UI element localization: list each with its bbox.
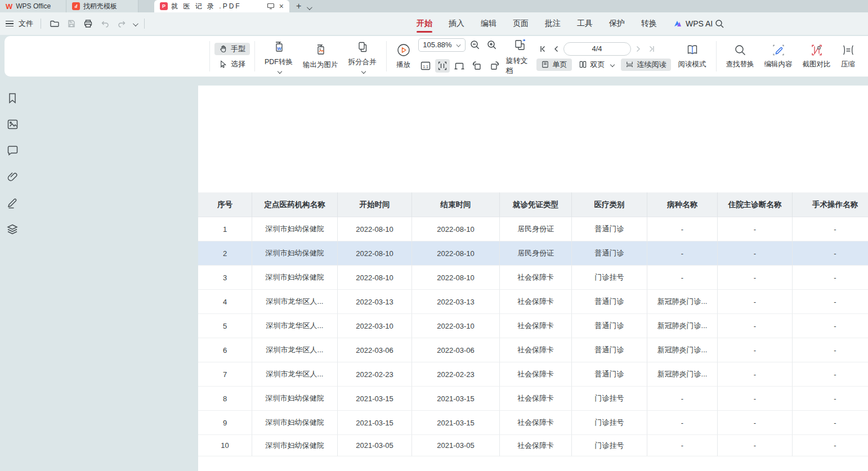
table-cell: 2022-02-23: [338, 362, 412, 387]
zoom-chevron-icon: [456, 43, 460, 47]
first-page-icon[interactable]: [536, 43, 549, 55]
table-cell: -: [718, 217, 793, 241]
tab-wps-office[interactable]: W WPS Office: [0, 0, 66, 12]
continuous-read-button[interactable]: 连续阅读: [621, 59, 671, 71]
table-cell: -: [647, 387, 718, 411]
tab-comment[interactable]: 批注: [545, 14, 561, 34]
table-header-cell: 手术操作名称: [793, 192, 868, 217]
redo-icon[interactable]: [116, 19, 128, 29]
single-page-button[interactable]: 单页: [536, 59, 572, 71]
rotate-left-icon[interactable]: [469, 59, 485, 73]
table-row: 10深圳市妇幼保健院2021-03-052021-03-05社会保障卡门诊挂号-…: [198, 435, 868, 456]
last-page-icon[interactable]: [646, 43, 658, 55]
organize-pages-icon[interactable]: [512, 37, 529, 53]
print-icon[interactable]: [82, 18, 94, 29]
compress-button[interactable]: 压缩: [836, 42, 861, 70]
table-cell: 深圳市妇幼保健院: [252, 411, 338, 435]
table-cell: 门诊挂号: [572, 435, 647, 456]
table-cell: 普通门诊: [572, 338, 647, 362]
play-button[interactable]: 播放: [391, 42, 416, 71]
hand-tool-button[interactable]: 手型: [214, 43, 250, 55]
table-cell: 社会保障卡: [500, 338, 572, 362]
split-merge-button[interactable]: 拆分合并: [343, 39, 382, 74]
pdf-convert-button[interactable]: W PDF转换: [259, 39, 298, 74]
tab-protect[interactable]: 保护: [609, 14, 625, 34]
table-cell: -: [793, 241, 868, 266]
table-cell: -: [718, 290, 793, 314]
table-cell: 3: [198, 266, 252, 290]
select-tool-button[interactable]: 选择: [214, 58, 250, 70]
tab-home[interactable]: 开始: [417, 14, 432, 34]
table-cell: 2022-03-13: [338, 290, 412, 314]
table-cell: -: [793, 387, 868, 411]
zoom-out-icon[interactable]: [468, 38, 482, 52]
tab-insert[interactable]: 插入: [449, 14, 464, 34]
table-cell: 2021-03-05: [338, 435, 412, 456]
double-page-button[interactable]: 双页: [574, 59, 619, 71]
table-cell: -: [718, 338, 793, 362]
play-icon: [396, 43, 411, 57]
record-table: 序号定点医药机构名称开始时间结束时间就诊凭证类型医疗类别病种名称住院主诊断名称手…: [198, 192, 868, 456]
tab-convert[interactable]: 转换: [641, 14, 657, 34]
hamburger-menu-icon[interactable]: [6, 21, 14, 27]
bookmark-icon[interactable]: [5, 90, 20, 106]
page-indicator-input[interactable]: [563, 42, 631, 56]
save-icon[interactable]: [66, 18, 77, 29]
edit-content-button[interactable]: 编辑内容: [759, 42, 798, 70]
file-menu[interactable]: 文件: [19, 19, 33, 29]
table-row: 5深圳市龙华区人...2022-03-102022-03-10社会保障卡普通门诊…: [198, 314, 868, 338]
close-tab-icon[interactable]: ×: [279, 2, 284, 10]
wps-ai-button[interactable]: WPS AI: [673, 12, 713, 35]
tab-list-chevron-icon[interactable]: [307, 2, 311, 12]
rotate-right-icon[interactable]: [487, 59, 503, 73]
signature-icon[interactable]: [5, 195, 21, 211]
zoom-level-select[interactable]: 105.88%: [418, 38, 466, 52]
layers-icon[interactable]: [4, 221, 21, 237]
open-folder-icon[interactable]: [48, 18, 61, 29]
tab-document-active[interactable]: P 就 医 记 录 .PDF ×: [154, 0, 289, 12]
fit-page-icon[interactable]: [435, 59, 450, 73]
table-cell: 深圳市妇幼保健院: [252, 435, 338, 456]
table-cell: -: [647, 241, 718, 266]
fit-width-icon[interactable]: [452, 59, 467, 73]
tab-template-store[interactable]: d 找稻壳模板: [66, 0, 138, 12]
svg-text:1:1: 1:1: [423, 64, 428, 68]
ribbon-search-icon[interactable]: [715, 12, 724, 35]
find-replace-button[interactable]: 查找替换: [721, 42, 759, 70]
undo-icon[interactable]: [99, 19, 111, 29]
screenshot-compare-button[interactable]: 截图对比: [798, 42, 836, 70]
next-page-icon[interactable]: [633, 43, 643, 55]
double-page-icon: [579, 60, 587, 69]
table-cell: 社会保障卡: [500, 266, 572, 290]
rotate-doc-button[interactable]: 旋转文档: [506, 56, 529, 76]
table-cell: 社会保障卡: [500, 314, 572, 338]
export-image-button[interactable]: 输出为图片: [298, 42, 343, 71]
tab-page[interactable]: 页面: [513, 14, 529, 34]
table-cell: 2021-03-15: [412, 387, 500, 411]
table-cell: -: [647, 266, 718, 290]
comment-panel-icon[interactable]: [5, 142, 21, 158]
thumbnail-panel-icon[interactable]: [5, 116, 21, 132]
table-cell: 深圳市妇幼保健院: [252, 266, 338, 290]
full-translate-button[interactable]: A文 全文翻译: [864, 43, 868, 55]
zoom-in-icon[interactable]: [485, 38, 499, 52]
tab-tools[interactable]: 工具: [577, 14, 593, 34]
divider: [386, 41, 387, 71]
table-cell: 2022-08-10: [338, 266, 412, 290]
actual-size-icon[interactable]: 1:1: [418, 59, 433, 73]
word-translate-button[interactable]: 文A 划词翻译: [864, 58, 868, 70]
attachment-icon[interactable]: [5, 168, 21, 185]
table-cell: 深圳市龙华区人...: [252, 290, 338, 314]
table-cell: 深圳市妇幼保健院: [252, 241, 338, 266]
history-chevron-icon[interactable]: [133, 19, 137, 29]
tab-edit[interactable]: 编辑: [481, 14, 496, 34]
table-cell: 2022-03-06: [412, 338, 500, 362]
prev-page-icon[interactable]: [551, 43, 561, 55]
pdf-convert-icon: W: [271, 40, 286, 55]
zoom-value: 105.88%: [423, 41, 451, 49]
new-tab-button[interactable]: +: [296, 0, 301, 12]
table-cell: 2022-03-13: [412, 290, 500, 314]
read-mode-button[interactable]: 阅读模式: [673, 42, 712, 70]
monitor-icon[interactable]: [267, 3, 275, 10]
table-cell: 2022-08-10: [412, 266, 500, 290]
